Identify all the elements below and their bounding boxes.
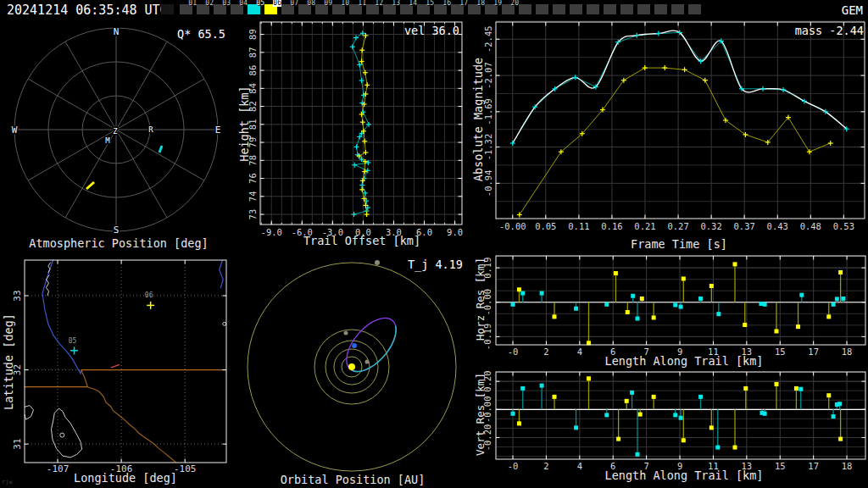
svg-text:17: 17 [808,347,819,357]
tisserand-badge: T_j 4.19 [408,258,463,271]
mars-dot [344,331,348,336]
station-indicator-12[interactable]: 12 [366,2,381,17]
svg-text:4: 4 [577,347,582,357]
station-indicator-01[interactable]: 01 [180,2,195,17]
station-indicator-15[interactable]: 15 [417,2,432,17]
station-id-label: 13 [392,0,400,7]
station-indicator[interactable] [587,2,602,17]
station-indicator-04[interactable]: 04 [231,2,246,17]
station-id-label: 10 [341,0,349,7]
magnitude-x-axis-label: Frame Time [s] [631,237,727,251]
red-segment [111,364,120,368]
station-id-label: 08 [307,0,315,7]
station-id-label: 03 [222,0,231,7]
svg-text:0.43: 0.43 [767,221,788,231]
svg-text:15: 15 [775,347,786,357]
station-indicator-03[interactable]: 03 [214,2,229,17]
station-indicator-14[interactable]: 14 [400,2,415,17]
station-indicator[interactable] [570,2,585,17]
svg-text:0.48: 0.48 [800,221,821,231]
svg-text:05: 05 [69,337,77,345]
svg-text:0.37: 0.37 [734,221,755,231]
station-indicator[interactable] [519,2,534,17]
station-indicator-16[interactable]: 16 [434,2,449,17]
vert-res-x-axis-label: Length Along Trail [km] [605,469,764,482]
station-box-icon[interactable] [671,4,684,14]
station-indicator[interactable] [637,2,653,17]
station-box-icon[interactable] [637,4,650,14]
residual-stems [511,376,843,457]
station-box-icon[interactable] [553,4,565,14]
station-box-icon[interactable] [161,4,174,14]
horz-res-x-axis-label: Length Along Trail [km] [605,354,764,368]
station-box-icon[interactable] [604,4,616,14]
sun-dot [348,363,355,370]
station-id-label: 05 [256,0,264,7]
station-indicator[interactable] [654,2,670,17]
station-indicator-11[interactable]: 11 [349,2,364,17]
svg-text:06: 06 [145,291,153,299]
svg-text:0.32: 0.32 [700,221,721,231]
station-indicator-07[interactable]: 07 [281,2,297,17]
svg-text:S: S [114,225,120,236]
meteor-track-marks [86,146,162,189]
station-id-label: 14 [409,0,417,7]
ground-track-map-panel: 0506-107-106-105333231 [0,254,237,488]
svg-text:18: 18 [842,347,853,357]
station-id-label: 07 [290,0,298,7]
terrain-outline-w [25,406,34,420]
station-id-label: 06 [273,0,281,7]
station-indicator-02[interactable]: 02 [197,2,212,17]
station-indicator[interactable] [604,2,619,17]
station-id-label: 18 [476,0,485,7]
watermark: rjw [2,479,13,485]
svg-text:74: 74 [248,191,258,202]
svg-text:-0.00: -0.00 [499,221,526,231]
station-indicator-06[interactable]: 06 [264,2,280,17]
station-id-label: 02 [205,0,214,7]
station-05-lightcurve [510,30,849,146]
svg-text:W: W [12,125,18,136]
station-id-label: 01 [188,0,197,7]
atmospheric-panel-title: Atmospheric Position [deg] [29,236,208,250]
svg-text:-0: -0 [508,461,519,471]
station-indicator[interactable] [620,2,636,17]
station-box-icon[interactable] [587,4,599,14]
station-indicator-13[interactable]: 13 [383,2,398,17]
svg-text:M: M [105,136,110,145]
station-indicator-05[interactable]: 05 [248,2,263,17]
station-06-lightcurve [517,65,833,217]
svg-text:0.16: 0.16 [601,221,622,231]
svg-text:9.0: 9.0 [447,227,463,237]
station-indicator[interactable] [536,2,551,17]
station-box-icon[interactable] [570,4,582,14]
station-indicator-19[interactable]: 19 [485,2,500,17]
svg-text:87: 87 [248,47,258,58]
meteoroid-orbit [337,309,405,380]
svg-text:Z: Z [113,127,118,136]
svg-text:15: 15 [775,461,786,471]
station-indicator[interactable] [161,2,176,17]
station-box-icon[interactable] [688,4,701,14]
station-indicator-17[interactable]: 17 [451,2,466,17]
absolute-magnitude-panel: -0.000.050.110.160.210.270.320.370.430.4… [468,19,868,254]
station-indicator-10[interactable]: 10 [332,2,348,17]
map-ticks: -107-106-105333231 [13,260,227,474]
svg-text:0.21: 0.21 [634,221,655,231]
station-box-icon[interactable] [654,4,667,14]
terrain-ring [60,433,64,437]
station-indicator-18[interactable]: 18 [468,2,483,17]
station-indicator-20[interactable]: 20 [502,2,517,17]
station-indicator[interactable] [671,2,687,17]
station-indicator-09[interactable]: 09 [315,2,331,17]
station-id-label: 20 [510,0,519,7]
svg-text:0.53: 0.53 [833,221,854,231]
station-indicator[interactable] [688,2,704,17]
station-box-icon[interactable] [536,4,548,14]
station-indicator-08[interactable]: 08 [298,2,314,17]
station-box-icon[interactable] [519,4,531,14]
station-box-icon[interactable] [620,4,633,14]
svg-text:17: 17 [808,461,819,471]
station-indicator[interactable] [553,2,568,17]
lake-outline-2 [47,275,50,297]
